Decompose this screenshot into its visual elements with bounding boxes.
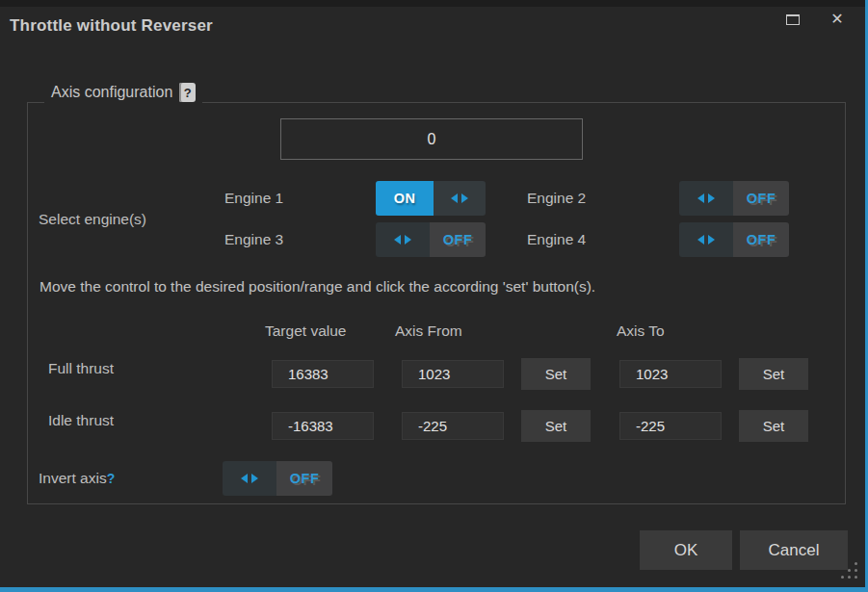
idle-thrust-axis-to-input[interactable]	[619, 412, 722, 440]
invert-axis-state[interactable]: OFF	[276, 461, 332, 496]
arrow-left-icon	[241, 474, 248, 483]
axis-value-display: 0	[280, 118, 583, 160]
idle-thrust-axis-from-input[interactable]	[402, 412, 504, 440]
maximize-button[interactable]	[780, 9, 805, 30]
engine-1-toggle-arrows[interactable]	[434, 181, 486, 216]
full-thrust-axis-to-input[interactable]	[619, 360, 722, 388]
arrow-right-icon	[708, 193, 715, 203]
arrow-right-icon	[405, 235, 411, 245]
ok-button[interactable]: OK	[640, 530, 732, 570]
invert-axis-row: Invert axis?	[39, 470, 115, 487]
close-icon: ✕	[830, 10, 843, 28]
full-thrust-set-to-button[interactable]: Set	[739, 358, 808, 390]
engine-3-toggle-arrows[interactable]	[376, 222, 430, 257]
arrow-right-icon	[251, 474, 258, 483]
idle-thrust-set-to-button[interactable]: Set	[739, 410, 808, 442]
header-axis-to: Axis To	[617, 322, 665, 340]
window-title: Throttle without Reverser	[10, 16, 213, 36]
groupbox-legend: Axis configuration ?	[44, 82, 202, 103]
full-thrust-set-from-button[interactable]: Set	[521, 358, 591, 390]
resize-grip[interactable]	[840, 561, 861, 582]
engine-4-toggle[interactable]: OFF	[679, 222, 789, 257]
groupbox-legend-label: Axis configuration	[51, 84, 172, 101]
full-thrust-axis-from-input[interactable]	[402, 360, 504, 388]
engine-2-state[interactable]: OFF	[733, 181, 789, 216]
engine-4-state[interactable]: OFF	[733, 222, 789, 257]
idle-thrust-label: Idle thrust	[48, 412, 114, 429]
full-thrust-target-input[interactable]	[272, 360, 374, 388]
arrow-left-icon	[451, 193, 458, 203]
instruction-text: Move the control to the desired position…	[39, 278, 595, 296]
arrow-right-icon	[708, 235, 715, 245]
window-bottom-accent-edge	[0, 587, 868, 592]
invert-axis-help-link[interactable]: ?	[107, 471, 116, 486]
select-engines-label: Select engine(s)	[39, 211, 146, 228]
arrow-right-icon	[461, 193, 468, 203]
idle-thrust-set-from-button[interactable]: Set	[521, 410, 591, 442]
maximize-icon	[786, 14, 800, 25]
cancel-button[interactable]: Cancel	[740, 530, 848, 570]
invert-axis-toggle[interactable]: OFF	[223, 461, 332, 496]
engine-2-label: Engine 2	[527, 190, 586, 207]
engine-1-label: Engine 1	[224, 190, 283, 207]
full-thrust-label: Full thrust	[48, 360, 114, 377]
header-axis-from: Axis From	[395, 322, 462, 340]
help-book-icon[interactable]: ?	[179, 83, 196, 102]
arrow-left-icon	[697, 235, 704, 245]
window-top-edge	[0, 0, 868, 7]
engine-3-state[interactable]: OFF	[430, 222, 486, 257]
dialog-window: Throttle without Reverser ✕ Axis configu…	[0, 0, 868, 592]
arrow-left-icon	[394, 235, 401, 245]
arrow-left-icon	[697, 193, 704, 203]
engine-3-toggle[interactable]: OFF	[376, 222, 486, 257]
idle-thrust-target-input[interactable]	[272, 412, 374, 440]
invert-axis-toggle-arrows[interactable]	[223, 461, 276, 496]
engine-4-label: Engine 4	[527, 231, 586, 248]
engine-2-toggle-arrows[interactable]	[679, 181, 733, 216]
engine-1-toggle[interactable]: ON	[376, 181, 486, 216]
engine-3-label: Engine 3	[224, 231, 283, 248]
engine-1-state[interactable]: ON	[376, 181, 434, 216]
axis-configuration-groupbox	[27, 102, 846, 504]
invert-axis-label: Invert axis	[39, 470, 107, 486]
engine-2-toggle[interactable]: OFF	[679, 181, 789, 216]
engine-4-toggle-arrows[interactable]	[679, 222, 733, 257]
close-button[interactable]: ✕	[825, 7, 850, 30]
header-target-value: Target value	[265, 322, 346, 340]
